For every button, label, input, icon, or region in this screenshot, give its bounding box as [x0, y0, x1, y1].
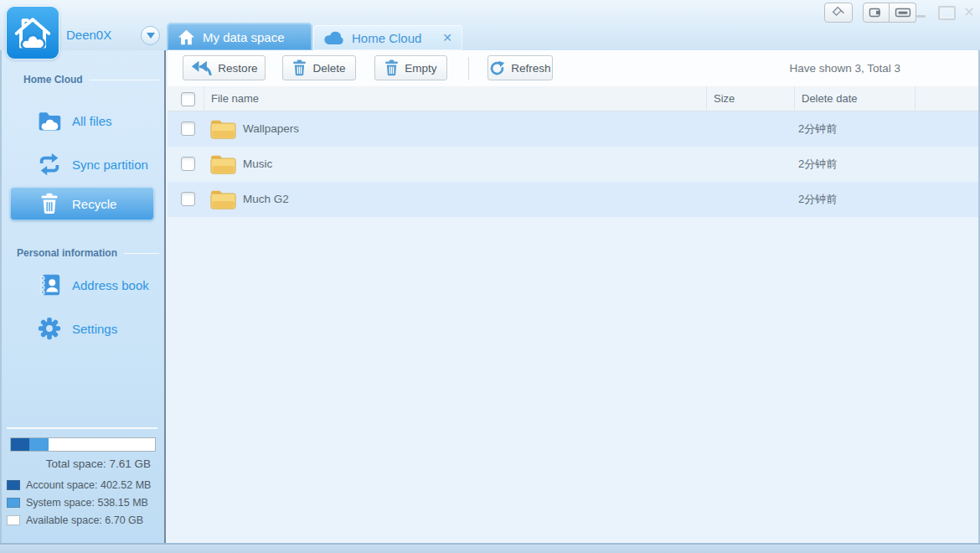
sidebar-item-all-files[interactable]: All files — [8, 102, 157, 139]
user-dropdown-button[interactable] — [141, 26, 160, 45]
table-row[interactable]: Wallpapers 2分钟前 — [168, 111, 980, 147]
tray-window-icon — [895, 6, 911, 19]
sidebar-section-home-cloud: Home Cloud — [23, 74, 159, 85]
column-header-delete-date[interactable]: Delete date — [794, 86, 915, 111]
empty-button[interactable]: Empty — [374, 55, 447, 80]
sidebar-item-recycle[interactable]: Recycle — [10, 187, 154, 220]
delete-date: 2分钟前 — [798, 147, 837, 182]
sidebar: Home Cloud All files — [0, 50, 166, 543]
sidebar-item-label: Settings — [72, 322, 117, 336]
address-book-icon — [37, 272, 62, 297]
folder-icon — [209, 117, 237, 144]
table-header: File name Size Delete date — [168, 86, 980, 111]
app-window: Deen0X My data space Home Cloud ✕ — [0, 0, 980, 553]
sync-icon — [37, 152, 62, 177]
folder-icon — [209, 188, 237, 214]
storage-segment-system — [29, 438, 48, 451]
restore-button[interactable]: Restore — [183, 55, 266, 80]
button-label: Refresh — [511, 62, 550, 75]
button-label: Delete — [312, 62, 345, 75]
legend-label: Available space: 6.70 GB — [26, 514, 143, 526]
row-checkbox[interactable] — [181, 192, 195, 206]
button-label: Empty — [405, 62, 436, 75]
app-logo-icon — [7, 7, 59, 59]
trash-icon — [384, 59, 399, 76]
divider — [7, 427, 157, 429]
sidebar-item-label: Sync partition — [72, 158, 148, 172]
file-name: Music — [243, 147, 272, 182]
legend-swatch — [7, 480, 20, 490]
mini-mode-button[interactable] — [863, 3, 890, 23]
gear-icon — [37, 316, 62, 341]
column-header-extra — [915, 86, 980, 111]
divider — [468, 57, 469, 80]
tab-label: Home Cloud — [352, 31, 421, 45]
window-left-frame — [0, 50, 2, 543]
checkbox — [181, 92, 195, 106]
row-checkbox[interactable] — [181, 121, 195, 136]
file-name: Wallpapers — [243, 111, 299, 147]
cloud-icon — [323, 31, 344, 45]
window-bottom-frame — [0, 543, 980, 553]
legend-account-space: Account space: 402.52 MB — [7, 479, 151, 491]
legend-swatch — [7, 498, 20, 508]
legend-swatch — [7, 515, 20, 525]
tab-my-data-space[interactable]: My data space — [168, 23, 312, 50]
brush-icon — [832, 6, 845, 19]
table-row[interactable]: Much G2 2分钟前 — [168, 182, 980, 217]
divider — [124, 253, 159, 254]
home-icon — [178, 29, 195, 45]
maximize-button[interactable] — [938, 6, 956, 20]
delete-date: 2分钟前 — [798, 111, 837, 147]
divider — [90, 80, 159, 80]
select-all-checkbox[interactable] — [168, 86, 204, 111]
refresh-button[interactable]: Refresh — [487, 55, 553, 80]
storage-segment-account — [11, 438, 29, 451]
trash-icon — [37, 191, 62, 216]
button-label: Restore — [218, 62, 257, 75]
tray-mode-button[interactable] — [890, 3, 916, 23]
section-title: Personal information — [17, 247, 117, 259]
table-row[interactable]: Music 2分钟前 — [168, 147, 980, 182]
main-content: Restore Delete — [168, 50, 980, 543]
sidebar-item-label: Address book — [72, 278, 149, 292]
trash-icon — [292, 59, 307, 76]
sidebar-section-personal-information: Personal information — [17, 247, 159, 259]
mini-window-icon — [869, 6, 884, 19]
total-space-label: Total space: 7.61 GB — [46, 457, 151, 470]
legend-label: Account space: 402.52 MB — [26, 479, 151, 491]
sidebar-item-settings[interactable]: Settings — [8, 310, 157, 347]
legend-label: System space: 538.15 MB — [26, 497, 148, 509]
column-header-file-name[interactable]: File name — [204, 86, 706, 111]
titlebar: Deen0X My data space Home Cloud ✕ — [0, 0, 980, 50]
chevron-down-icon — [147, 33, 155, 39]
column-header-size[interactable]: Size — [706, 86, 794, 111]
refresh-icon — [489, 60, 505, 76]
legend-available-space: Available space: 6.70 GB — [7, 514, 143, 526]
close-button[interactable]: ✕ — [961, 4, 977, 21]
legend-system-space: System space: 538.15 MB — [7, 497, 148, 509]
sidebar-item-address-book[interactable]: Address book — [8, 266, 157, 303]
status-count-label: Have shown 3, Total 3 — [789, 50, 900, 86]
tab-label: My data space — [203, 30, 285, 44]
row-checkbox[interactable] — [181, 157, 195, 171]
folder-icon — [209, 152, 237, 179]
sidebar-item-sync-partition[interactable]: Sync partition — [8, 146, 157, 183]
sidebar-item-label: All files — [72, 114, 112, 128]
close-icon[interactable]: ✕ — [442, 31, 452, 44]
minimize-button[interactable] — [916, 15, 926, 18]
sidebar-item-label: Recycle — [72, 197, 116, 211]
storage-usage-bar — [10, 437, 156, 452]
toolbar: Restore Delete — [168, 50, 980, 86]
username-label: Deen0X — [66, 28, 111, 42]
file-name: Much G2 — [243, 182, 289, 217]
tab-home-cloud[interactable]: Home Cloud ✕ — [313, 25, 462, 50]
skin-button[interactable] — [824, 3, 853, 23]
restore-icon — [190, 60, 212, 75]
delete-date: 2分钟前 — [798, 182, 837, 217]
cloud-folder-icon — [37, 108, 62, 133]
section-title: Home Cloud — [23, 74, 83, 85]
delete-button[interactable]: Delete — [282, 55, 356, 80]
